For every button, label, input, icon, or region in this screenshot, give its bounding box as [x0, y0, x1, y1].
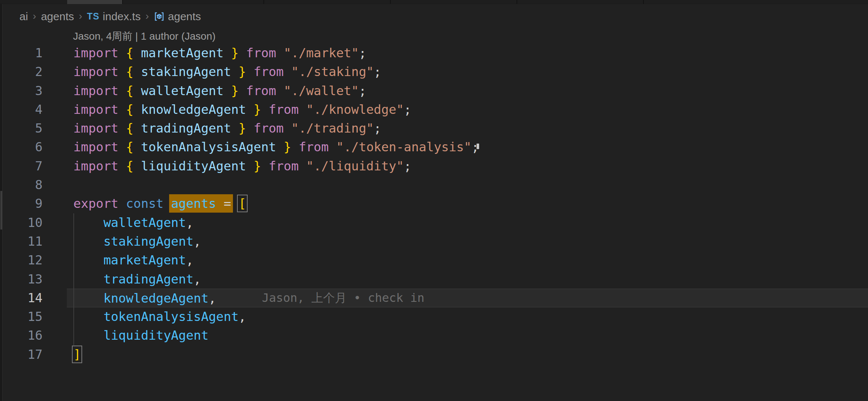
line-number[interactable]: 7 [3, 157, 67, 176]
code-token: "./liquidity" [306, 159, 404, 173]
breadcrumb-separator: › [33, 10, 36, 22]
breadcrumb-item-ai[interactable]: ai [19, 10, 28, 23]
line-number[interactable]: 11 [3, 232, 67, 251]
inline-git-blame[interactable]: Jason, 上个月 • check in [262, 289, 424, 307]
code-line-content[interactable]: import { tokenAnalysisAgent } from "./to… [67, 138, 868, 156]
code-token: tokenAnalysisAgent [103, 309, 238, 324]
code-line-content[interactable]: tradingAgent, [67, 270, 868, 289]
line-number[interactable]: 16 [3, 326, 67, 345]
breadcrumb-item-index.ts[interactable]: TSindex.ts [87, 10, 141, 23]
code-token: { [126, 159, 141, 173]
tab-strip-segment [67, 0, 122, 4]
text-cursor [477, 144, 479, 149]
code-token: , [194, 272, 201, 286]
breadcrumb-label: ai [19, 10, 28, 23]
code-token: marketAgent [141, 46, 223, 60]
code-token: liquidityAgent [141, 159, 246, 173]
line-number[interactable]: 2 [3, 62, 67, 81]
line-number[interactable]: 8 [3, 176, 67, 194]
code-line-content[interactable]: walletAgent, [67, 213, 868, 232]
code-token: "./market" [284, 46, 359, 60]
breadcrumb-separator: › [79, 10, 82, 22]
code-token: marketAgent [103, 253, 186, 267]
line-number[interactable]: 12 [3, 251, 67, 270]
breadcrumb-item-agents[interactable]: agents [154, 10, 201, 23]
code-token: knowledgeAgent [141, 102, 246, 117]
code-token: { [126, 140, 141, 154]
code-line: 4import { knowledgeAgent } from "./knowl… [3, 100, 868, 119]
line-number[interactable]: 6 [3, 138, 67, 156]
code-line: 15 tokenAnalysisAgent, [3, 307, 868, 326]
editor: Jason, 4周前 | 1 author (Jason) 1import { … [3, 29, 868, 401]
line-number[interactable]: 13 [3, 270, 67, 289]
breadcrumb-item-agents[interactable]: agents [41, 10, 74, 23]
code-token: tradingAgent [103, 272, 194, 286]
code-line-content[interactable]: import { tradingAgent } from "./trading"… [67, 119, 868, 138]
code-line-content[interactable]: import { marketAgent } from "./market"; [67, 44, 868, 62]
breadcrumb-label: index.ts [103, 10, 141, 23]
code-token: } [231, 64, 246, 79]
code-token: from [246, 64, 291, 79]
find-match-highlight: agents = [169, 196, 233, 211]
line-number[interactable]: 15 [3, 307, 67, 326]
line-number[interactable]: 5 [3, 119, 67, 138]
code-token: } [231, 121, 246, 136]
code-token: ; [374, 64, 381, 79]
code-token: from [246, 121, 291, 136]
code-line-content[interactable]: knowledgeAgent, [67, 289, 868, 307]
code-line: 6import { tokenAnalysisAgent } from "./t… [3, 138, 868, 156]
sidebar-edge [0, 4, 3, 401]
code-line-content[interactable]: liquidityAgent [67, 326, 868, 345]
git-blame-codelens[interactable]: Jason, 4周前 | 1 author (Jason) [3, 29, 868, 44]
code-line-content[interactable]: export const agents = [ [67, 194, 868, 213]
code-line-content[interactable]: stakingAgent, [67, 232, 868, 251]
code-token: "./trading" [291, 121, 374, 136]
code-token: { [126, 46, 141, 60]
code-line-content[interactable]: marketAgent, [67, 251, 868, 270]
tab-divider [122, 0, 123, 4]
code-token: tokenAnalysisAgent [141, 140, 276, 154]
line-number[interactable]: 3 [3, 82, 67, 100]
code-line-content[interactable]: import { stakingAgent } from "./staking"… [67, 62, 868, 81]
code-token: ; [359, 83, 366, 98]
code-token [73, 234, 103, 249]
line-number[interactable]: 14 [3, 289, 67, 307]
code-line: 2import { stakingAgent } from "./staking… [3, 62, 868, 81]
line-number[interactable]: 10 [3, 213, 67, 232]
line-number[interactable]: 4 [3, 100, 67, 119]
code-token: } [223, 46, 238, 60]
code-line-content[interactable]: tokenAnalysisAgent, [67, 307, 868, 326]
code-token: walletAgent [141, 83, 223, 98]
code-token [73, 328, 103, 343]
code-token: } [276, 140, 291, 154]
code-token: agents [171, 196, 216, 211]
line-number[interactable]: 1 [3, 44, 67, 62]
code-token: { [126, 64, 141, 79]
code-line: 16 liquidityAgent [3, 326, 868, 345]
code-line: 7import { liquidityAgent } from "./liqui… [3, 157, 868, 176]
code-line: 3import { walletAgent } from "./wallet"; [3, 82, 868, 100]
code-line-content[interactable]: import { liquidityAgent } from "./liquid… [67, 157, 868, 176]
line-number[interactable]: 17 [3, 345, 67, 364]
code-line-content[interactable]: import { walletAgent } from "./wallet"; [67, 82, 868, 100]
code-line-content[interactable] [67, 176, 868, 194]
code-line: 9export const agents = [ [3, 194, 868, 213]
code-token: , [208, 291, 216, 306]
code-token [73, 291, 103, 306]
tab-divider [390, 0, 391, 4]
matched-bracket: [ [238, 196, 246, 211]
code-line: 1import { marketAgent } from "./market"; [3, 44, 868, 62]
code-token [73, 272, 103, 286]
code-token: import [73, 159, 126, 173]
code-line-content[interactable]: import { knowledgeAgent } from "./knowle… [67, 100, 868, 119]
code-token [73, 253, 103, 267]
line-number[interactable]: 9 [3, 194, 67, 213]
code-token [73, 309, 103, 324]
code-token: export [73, 196, 126, 211]
code-token: "./wallet" [284, 83, 359, 98]
scrollbar-thumb[interactable] [0, 191, 2, 230]
breadcrumb-label: agents [168, 10, 201, 23]
breadcrumb-separator: › [145, 10, 149, 22]
code-line-content[interactable]: ] [67, 345, 868, 364]
code-line: 11 stakingAgent, [3, 232, 868, 251]
